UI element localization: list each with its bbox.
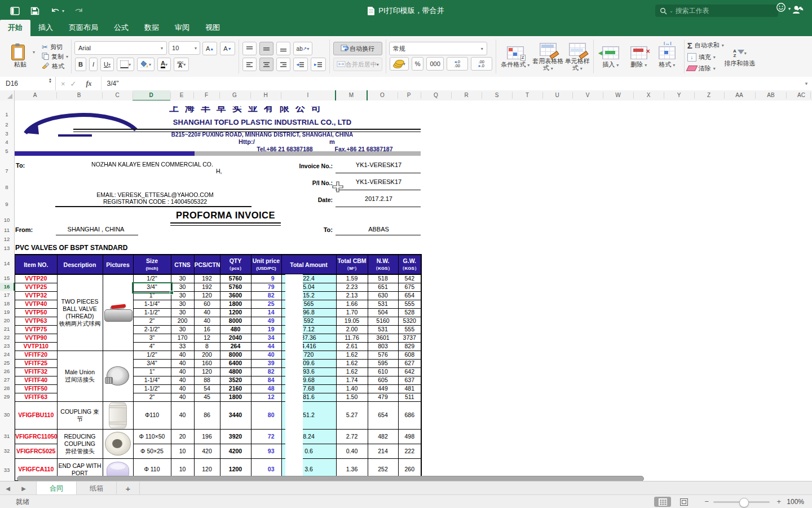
cell-total-cbm[interactable]: 1.70 (336, 308, 368, 317)
row-header-15[interactable]: 15 (0, 274, 14, 282)
column-header-Y[interactable]: Y (670, 90, 687, 100)
cell-total-cbm[interactable]: 1.62 (336, 351, 368, 359)
column-header-Q[interactable]: Q (427, 90, 444, 100)
cell-nw[interactable]: 610 (368, 367, 398, 376)
cell-gw[interactable]: 5320 (398, 317, 421, 325)
align-top-button[interactable] (242, 42, 257, 55)
cell-size[interactable]: 1" (133, 367, 171, 376)
column-header-V[interactable]: V (579, 90, 596, 100)
cell-qty[interactable]: 1800 (220, 393, 251, 401)
column-header-R[interactable]: R (458, 90, 475, 100)
column-header-I[interactable]: I (299, 90, 316, 100)
cell-item-no[interactable]: VFIGFRC11050 (15, 429, 57, 444)
cell-qty[interactable]: 1800 (220, 300, 251, 308)
cell-ctns[interactable]: 40 (171, 376, 194, 384)
cell-total-cbm[interactable]: 2.61 (336, 342, 368, 351)
row-header-20[interactable]: 20 (0, 317, 14, 325)
cell-size[interactable]: 1/2" (133, 274, 171, 283)
cell-item-no[interactable]: VFITF40 (15, 376, 57, 384)
zoom-slider-thumb[interactable] (739, 498, 749, 507)
cell-styles-button[interactable]: 单元格样式 ▾ (564, 41, 590, 72)
cell-description[interactable]: Male Union过间活接头 (57, 351, 103, 401)
cell-item-no[interactable]: VVTP40 (15, 300, 57, 308)
cell-size[interactable]: Φ110 (133, 401, 171, 429)
cell-unit-price[interactable]: 82 (251, 291, 281, 300)
zoom-percent[interactable]: 100% (787, 498, 804, 506)
cell-pcs-ctn[interactable]: 192 (194, 274, 220, 283)
ribbon-tab-插入[interactable]: 插入 (30, 20, 61, 36)
cell-gw[interactable]: 555 (398, 300, 421, 308)
cell-description[interactable]: REDUCINGCOUPLING异径管接头 (57, 429, 103, 458)
zoom-slider[interactable] (713, 501, 770, 503)
cell-gw[interactable]: 222 (398, 444, 421, 458)
cell-size[interactable]: 2-1/2" (133, 325, 171, 334)
cell-unit-price[interactable]: 72 (251, 429, 281, 444)
row-header-2[interactable]: 2 (0, 121, 14, 129)
cell-unit-price[interactable]: 82 (251, 367, 281, 376)
underline-button[interactable]: U ▾ (100, 58, 114, 71)
font-name-select[interactable]: Arial▾ (74, 41, 167, 55)
decrease-font-button[interactable]: A▼ (220, 42, 235, 55)
cell-unit-price[interactable]: 12 (251, 393, 281, 401)
cell-ctns[interactable]: 40 (171, 401, 194, 429)
row-header-30[interactable]: 30 (0, 411, 14, 419)
cell-total-cbm[interactable]: 2.00 (336, 325, 368, 334)
percent-button[interactable]: % (412, 57, 424, 71)
format-as-table-button[interactable]: 套用表格格式 ▾ (532, 41, 564, 72)
cell-gw[interactable]: 608 (398, 351, 421, 359)
cell-unit-price[interactable]: 79 (251, 283, 281, 291)
cell-unit-price[interactable]: 80 (251, 401, 281, 429)
column-header-U[interactable]: U (549, 90, 566, 100)
collapse-ribbon-icon[interactable] (796, 3, 804, 14)
row-header-14[interactable]: 14 (0, 260, 14, 268)
cell-nw[interactable]: 518 (368, 274, 398, 283)
cell-nw[interactable]: 531 (368, 325, 398, 334)
cancel-entry-icon[interactable]: × (61, 80, 65, 88)
cell-item-no[interactable]: VVTP75 (15, 325, 57, 334)
row-header-11[interactable]: 11 (0, 226, 14, 234)
cell-ctns[interactable]: 30 (171, 283, 194, 291)
cell-pcs-ctn[interactable]: 200 (194, 351, 220, 359)
cell-description[interactable]: COUPLING 束节 (57, 401, 103, 429)
paste-button[interactable]: ▾ 粘贴 (6, 45, 35, 69)
column-header-P[interactable]: P (400, 90, 417, 100)
fill-color-button[interactable]: ▾ (137, 58, 155, 71)
cell-nw[interactable]: 504 (368, 308, 398, 317)
ribbon-tab-开始[interactable]: 开始 (0, 20, 30, 36)
cell-size[interactable]: Φ 110×50 (133, 429, 171, 444)
row-header-19[interactable]: 19 (0, 308, 14, 316)
cell-size[interactable]: 1-1/4" (133, 376, 171, 384)
row-header-8[interactable]: 8 (0, 183, 14, 191)
cell-item-no[interactable]: VVTP110 (15, 342, 57, 351)
cell-gw[interactable]: 829 (398, 342, 421, 351)
row-header-16[interactable]: 16 (0, 283, 15, 291)
row-header-9[interactable]: 9 (0, 200, 14, 208)
cell-pcs-ctn[interactable]: 88 (194, 376, 220, 384)
cell-qty[interactable]: 3600 (220, 291, 251, 300)
cell-ctns[interactable]: 10 (171, 444, 194, 458)
column-header-T[interactable]: T (519, 90, 536, 100)
undo-dropdown-icon[interactable]: ▾ (62, 8, 64, 14)
cell-qty[interactable]: 264 (220, 342, 251, 351)
borders-button[interactable]: ▾ (117, 58, 134, 71)
cell-picture[interactable] (103, 401, 133, 429)
page-layout-view-button[interactable] (676, 497, 692, 507)
row-header-1[interactable]: 1 (0, 111, 14, 119)
increase-decimal-button[interactable]: ◂.0.00 (447, 57, 468, 71)
align-right-button[interactable] (276, 58, 290, 71)
cell-pcs-ctn[interactable]: 60 (194, 300, 220, 308)
comma-style-button[interactable]: 000 (426, 57, 443, 71)
cell-unit-price[interactable]: 9 (251, 274, 281, 283)
cell-item-no[interactable]: VFITF63 (15, 393, 57, 401)
cell-ctns[interactable]: 170 (171, 334, 194, 342)
confirm-entry-icon[interactable]: ✓ (70, 80, 77, 88)
align-center-button[interactable] (259, 58, 273, 71)
row-header-31[interactable]: 31 (0, 432, 14, 440)
cell-picture[interactable] (103, 351, 133, 401)
cell-gw[interactable]: 654 (398, 291, 421, 300)
cell-item-no[interactable]: VVTP25 (15, 283, 57, 291)
column-header-D[interactable]: D (143, 90, 160, 100)
font-color-button[interactable]: A▾ (157, 58, 171, 71)
cell-gw[interactable]: 555 (398, 325, 421, 334)
cell-total-cbm[interactable]: 1.59 (336, 274, 368, 283)
